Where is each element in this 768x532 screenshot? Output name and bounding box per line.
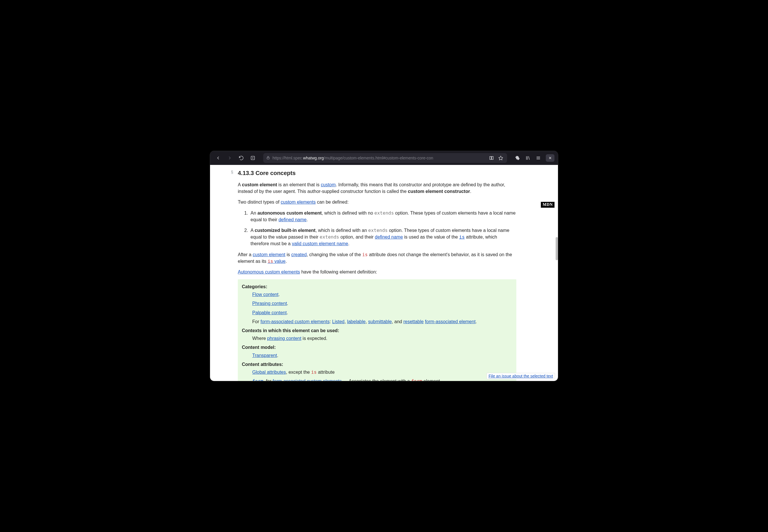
dt-categories: Categories: — [242, 283, 512, 290]
elem-form: form — [411, 378, 423, 381]
paragraph-autonomous-def: Autonomous custom elements have the foll… — [238, 269, 516, 275]
new-tab-button[interactable] — [248, 153, 257, 163]
dt-contexts: Contexts in which this element can be us… — [242, 327, 512, 334]
bookmark-star-icon[interactable] — [497, 155, 504, 161]
mdn-badge[interactable]: MDN — [540, 201, 555, 208]
section-marker[interactable]: § — [231, 169, 233, 175]
link-autonomous-elements[interactable]: Autonomous custom elements — [238, 269, 300, 274]
types-list: An autonomous custom element, which is d… — [249, 210, 516, 247]
term-custom-element-constructor: custom element constructor — [408, 189, 470, 194]
toolbar-right — [513, 153, 555, 163]
reader-mode-icon[interactable] — [488, 155, 495, 161]
url-host: whatwg.org — [303, 156, 324, 160]
dt-content-attributes: Content attributes: — [242, 361, 512, 368]
code-extends: extends — [319, 234, 339, 240]
browser-window: https://html.spec.whatwg.org/multipage/c… — [210, 151, 558, 381]
section-heading: 4.13.3 Core concepts — [238, 169, 516, 177]
page-content[interactable]: MDN § 4.13.3 Core concepts A custom elem… — [210, 165, 558, 381]
list-item-autonomous: An autonomous custom element, which is d… — [249, 210, 516, 223]
link-flow-content[interactable]: Flow content — [252, 292, 278, 297]
dd-form-attr: form, for form-associated custom element… — [252, 378, 512, 381]
url-prefix: https://html.spec. — [272, 156, 303, 160]
dd-phrasing: Phrasing content. — [252, 300, 512, 307]
link-defined-name[interactable]: defined name — [375, 235, 403, 239]
close-button[interactable] — [546, 154, 555, 162]
browser-toolbar: https://html.spec.whatwg.org/multipage/c… — [210, 151, 558, 165]
lock-icon — [266, 156, 270, 161]
dd-global-attrs: Global attributes, except the is attribu… — [252, 369, 512, 375]
element-definition-box: Categories: Flow content. Phrasing conte… — [238, 279, 516, 381]
term-custom-element: custom element — [242, 182, 277, 187]
link-phrasing-content[interactable]: phrasing content — [267, 336, 301, 341]
list-item-builtin: A customized built-in element, which is … — [249, 227, 516, 247]
svg-line-7 — [529, 156, 529, 160]
forward-button[interactable] — [225, 153, 234, 163]
link-form-assoc-ce[interactable]: form-associated custom elements — [273, 379, 342, 381]
link-valid-name[interactable]: valid custom element name — [292, 241, 348, 246]
paragraph-types-intro: Two distinct types of custom elements ca… — [238, 199, 516, 205]
scrollbar-thumb[interactable] — [556, 237, 558, 260]
paragraph-after-created: After a custom element is created, chang… — [238, 251, 516, 265]
paragraph-intro: A custom element is an element that is c… — [238, 181, 516, 195]
reload-button[interactable] — [237, 153, 246, 163]
link-custom[interactable]: custom — [321, 182, 336, 187]
svg-marker-4 — [499, 156, 503, 160]
link-custom-element[interactable]: custom element — [253, 252, 285, 257]
link-form-assoc-ce[interactable]: form-associated custom elements — [260, 319, 329, 324]
link-global-attributes[interactable]: Global attributes — [252, 370, 286, 375]
attr-is: is — [311, 369, 317, 375]
link-submittable[interactable]: submittable — [368, 319, 392, 324]
attr-form[interactable]: form — [252, 378, 263, 381]
dd-form-assoc: For form-associated custom elements: Lis… — [252, 318, 512, 325]
file-issue-box: File an issue about the selected text — [487, 373, 555, 379]
link-created[interactable]: created — [291, 252, 306, 257]
term-autonomous: autonomous custom element — [257, 211, 321, 215]
term-customized-builtin: customized built-in element — [254, 228, 315, 233]
extensions-icon[interactable] — [513, 153, 522, 163]
file-issue-link[interactable]: File an issue about the selected text — [489, 374, 553, 378]
dt-content-model: Content model: — [242, 344, 512, 351]
menu-icon[interactable] — [534, 153, 543, 163]
link-defined-name[interactable]: defined name — [278, 217, 306, 222]
link-phrasing-content[interactable]: Phrasing content — [252, 301, 287, 306]
dd-contexts: Where phrasing content is expected. — [252, 335, 512, 342]
link-listed[interactable]: Listed — [332, 319, 345, 324]
document-body: § 4.13.3 Core concepts A custom element … — [210, 165, 528, 381]
url-path: /multipage/custom-elements.html#custom-e… — [323, 156, 433, 160]
dd-flow: Flow content. — [252, 291, 512, 298]
url-text: https://html.spec.whatwg.org/multipage/c… — [272, 156, 486, 160]
svg-rect-3 — [267, 157, 269, 159]
link-resettable[interactable]: resettable — [404, 319, 424, 324]
url-bar[interactable]: https://html.spec.whatwg.org/multipage/c… — [263, 153, 507, 163]
library-icon[interactable] — [523, 153, 533, 163]
link-custom-elements[interactable]: custom elements — [281, 200, 316, 204]
attr-is: is — [362, 252, 367, 257]
dd-palpable: Palpable content. — [252, 309, 512, 316]
link-form-assoc-element[interactable]: form-associated element — [425, 319, 476, 324]
link-palpable-content[interactable]: Palpable content — [252, 310, 287, 315]
code-extends: extends — [368, 228, 388, 233]
back-button[interactable] — [213, 153, 223, 163]
dd-content-model: Transparent. — [252, 352, 512, 359]
link-transparent[interactable]: Transparent — [252, 353, 277, 358]
attr-is[interactable]: is — [459, 234, 465, 240]
code-extends: extends — [374, 210, 394, 216]
link-is-value[interactable]: is value — [267, 259, 285, 264]
link-labelable[interactable]: labelable — [347, 319, 365, 324]
